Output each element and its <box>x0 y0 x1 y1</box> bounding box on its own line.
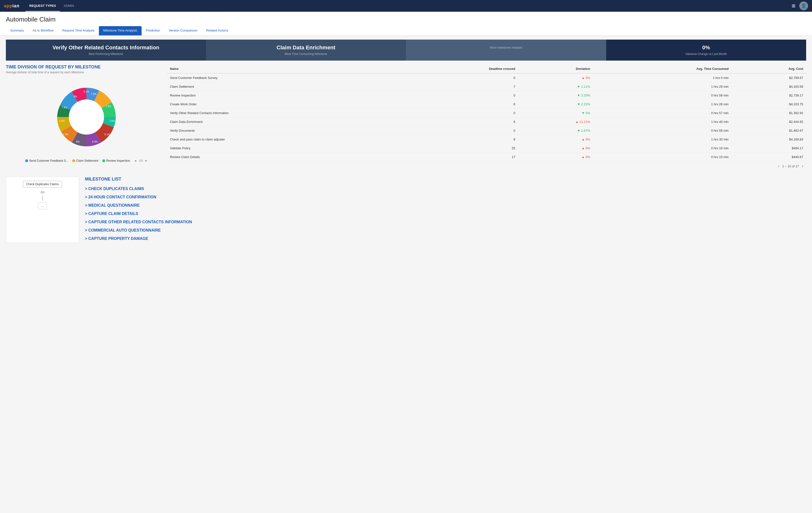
stat-cards: Verify Other Related Contacts Informatio… <box>6 39 806 61</box>
legend-next-icon[interactable]: ► <box>145 159 148 162</box>
milestone-node-1: Check Duplicates Claims <box>23 181 62 188</box>
cell-avg-cost: $2,799.67 <box>731 73 806 82</box>
page-title: Automobile Claim <box>6 16 806 23</box>
cell-deviation: ▼ 3.33% <box>518 91 593 100</box>
cell-avg-time: 0 hrs 10 min <box>593 153 731 161</box>
tab-as-is-workflow[interactable]: As Is Workflow <box>28 26 58 35</box>
table-row: Verify Documents 0 ▼ 1.67% 0 hrs 59 min … <box>167 126 806 135</box>
time-division-title: TIME DIVISION OF REQUEST BY MILESTONE <box>6 64 167 70</box>
svg-text:7.8%: 7.8% <box>109 120 115 123</box>
cell-avg-time: 1 hrs 0 min <box>593 73 731 82</box>
table-pagination: ‹ 1 – 10 of 17 › <box>167 161 806 171</box>
stat-label-variance: Variance Change vs Last Month <box>612 52 801 56</box>
svg-text:7.9%: 7.9% <box>62 106 67 109</box>
cell-name: Check and pass claim to claim adjuster <box>167 135 402 144</box>
cell-deviation: ▲ 0% <box>518 153 593 161</box>
cell-deviation: ▲ 0% <box>518 73 593 82</box>
milestone-list-items: CHECK DUPLICATES CLAIMS24 HOUR CONTACT C… <box>85 185 806 243</box>
tab-summary[interactable]: Summary <box>6 26 28 35</box>
legend-prev-icon[interactable]: ◄ <box>134 159 137 162</box>
grid-icon[interactable]: ⊞ <box>792 3 795 8</box>
tab-bar: Summary As Is Workflow Request Time Anal… <box>6 26 806 35</box>
cell-avg-cost: $1,392.92 <box>731 109 806 117</box>
cell-avg-time: 0 hrs 58 min <box>593 91 731 100</box>
milestone-list-item[interactable]: COMMERCIAL AUTO QUESTIONNAIRE <box>85 226 806 235</box>
cell-deviation: ▲ 0% <box>518 135 593 144</box>
cell-avg-time: 1 hrs 30 min <box>593 135 731 144</box>
cell-name: Create Work Order <box>167 100 402 109</box>
cell-avg-time: 1 hrs 40 min <box>593 117 731 126</box>
milestone-table: Name Deadline crossed Deviation Avg. Tim… <box>167 64 806 161</box>
legend-label-review: Review Inspection <box>106 159 130 162</box>
legend-label-send: Send Customer Feedback S... <box>29 159 68 162</box>
left-panel: TIME DIVISION OF REQUEST BY MILESTONE Av… <box>6 64 167 171</box>
top-navigation: appian REQUEST TYPES ADMIN ⊞ 👤 <box>0 0 812 12</box>
table-row: Review Claim Details 17 ▲ 0% 0 hrs 10 mi… <box>167 153 806 161</box>
next-page-icon[interactable]: › <box>802 164 803 168</box>
cell-name: Review Inspection <box>167 91 402 100</box>
legend-dot-review <box>102 159 105 162</box>
cell-name: Review Claim Details <box>167 153 402 161</box>
col-name: Name <box>167 64 402 73</box>
table-row: Verify Other Related Contacts Informatio… <box>167 109 806 117</box>
milestone-list-item[interactable]: CHECK DUPLICATES CLAIMS <box>85 185 806 193</box>
right-panel: Name Deadline crossed Deviation Avg. Tim… <box>167 64 806 171</box>
stat-card-best-milestone: Verify Other Related Contacts Informatio… <box>6 39 206 61</box>
legend-pagination: ◄ 1/6 ► <box>134 159 148 162</box>
table-row: Validate Policy 25 ▲ 0% 0 hrs 10 min $48… <box>167 144 806 153</box>
legend-claim-settlement: Claim Settlement <box>72 159 98 162</box>
legend-review-inspection: Review Inspection <box>102 159 130 162</box>
legend-dot-claim <box>72 159 75 162</box>
stat-value-most-time: Claim Data Enrichment <box>212 45 400 51</box>
cell-deviation: ▼ 2.22% <box>518 100 593 109</box>
cell-avg-time: 1 hrs 29 min <box>593 82 731 91</box>
svg-text:8%: 8% <box>76 140 80 143</box>
user-avatar[interactable]: 👤 <box>799 1 808 10</box>
stat-label-most-initiated: Most milestones Initiated <box>412 46 600 49</box>
tab-related-actions[interactable]: Related Actions <box>202 26 232 35</box>
nav-request-types[interactable]: REQUEST TYPES <box>25 0 60 11</box>
table-row: Claim Data Enrichment 6 ▲ 11.11% 1 hrs 4… <box>167 117 806 126</box>
tab-milestone-time-analysis[interactable]: Milestone Time Analysis <box>99 26 142 35</box>
svg-text:5.1%: 5.1% <box>105 133 110 136</box>
milestone-list-item[interactable]: CAPTURE CLAIM DETAILS <box>85 210 806 218</box>
svg-text:7.9%: 7.9% <box>63 133 68 136</box>
milestone-list-item[interactable]: CAPTURE PROPERTY DAMAGE <box>85 235 806 243</box>
nav-admin[interactable]: ADMIN <box>60 0 78 11</box>
svg-text:5.6%: 5.6% <box>59 120 65 123</box>
tab-prediction[interactable]: Prediction <box>142 26 165 35</box>
cell-deadline: 17 <box>402 153 518 161</box>
cell-deviation: ▲ 0% <box>518 144 593 153</box>
bottom-section: Check Duplicates Claims 310 ... MILESTON… <box>0 177 812 249</box>
cell-name: Send Customer Feedback Survey <box>167 73 402 82</box>
cell-avg-time: 1 hrs 28 min <box>593 100 731 109</box>
svg-point-0 <box>69 100 104 135</box>
milestone-list-item[interactable]: CAPTURE OTHER RELATED CONTACTS INFORMATI… <box>85 218 806 226</box>
cell-deadline: 6 <box>402 117 518 126</box>
table-row: Review Inspection 0 ▼ 3.33% 0 hrs 58 min… <box>167 91 806 100</box>
page-header: Automobile Claim Summary As Is Workflow … <box>0 12 812 36</box>
cell-avg-time: 0 hrs 57 min <box>593 109 731 117</box>
prev-page-icon[interactable]: ‹ <box>778 164 779 168</box>
donut-chart-container: 7.9% 7.9% 7.8% 5.1% 8.9% 8% 7.9% 5.6% 7.… <box>6 78 167 162</box>
table-row: Send Customer Feedback Survey 0 ▲ 0% 1 h… <box>167 73 806 82</box>
tab-request-time-analysis[interactable]: Request Time Analysis <box>58 26 99 35</box>
cell-name: Validate Policy <box>167 144 402 153</box>
cell-deadline: 0 <box>402 91 518 100</box>
stat-card-most-time: Claim Data Enrichment Most Time Consumin… <box>206 39 406 61</box>
legend-page: 1/6 <box>139 159 143 162</box>
stat-label-best: Best Performing Milestone <box>12 52 200 56</box>
milestone-list-item[interactable]: 24 HOUR CONTACT CONFIRMATION <box>85 193 806 201</box>
cell-deviation: ▼ 1.11% <box>518 82 593 91</box>
col-deadline: Deadline crossed <box>402 64 518 73</box>
milestone-list-item[interactable]: MEDICAL QUESTIONNAIRE <box>85 201 806 210</box>
donut-chart-svg: 7.9% 7.9% 7.8% 5.1% 8.9% 8% 7.9% 5.6% 7.… <box>47 78 125 156</box>
cell-deviation: ▼ 5% <box>518 109 593 117</box>
svg-text:5.1%: 5.1% <box>84 90 89 93</box>
cell-deadline: 0 <box>402 73 518 82</box>
table-row: Claim Settlement 7 ▼ 1.11% 1 hrs 29 min … <box>167 82 806 91</box>
connector-line <box>42 196 43 200</box>
tab-version-comparison[interactable]: Version Comparison <box>164 26 202 35</box>
cell-avg-time: 0 hrs 10 min <box>593 144 731 153</box>
app-logo: appian <box>4 3 20 8</box>
